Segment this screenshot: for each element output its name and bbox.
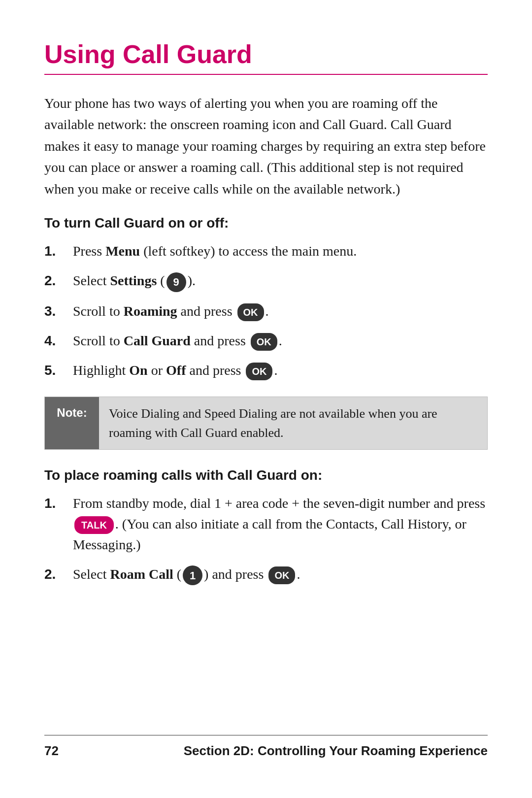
note-box: Note: Voice Dialing and Speed Dialing ar… — [44, 397, 488, 450]
step-content: Highlight On or Off and press OK. — [73, 360, 488, 381]
bold-menu: Menu — [105, 243, 140, 259]
list-item: 5. Highlight On or Off and press OK. — [44, 360, 488, 381]
key-ok-badge: OK — [237, 303, 264, 321]
bold-off: Off — [166, 363, 186, 378]
key-ok-badge: OK — [246, 363, 272, 380]
list-item: 2. Select Roam Call (1) and press OK. — [44, 564, 488, 586]
section2-list: 1. From standby mode, dial 1 + area code… — [44, 493, 488, 586]
step-content: Select Settings (9). — [73, 270, 488, 292]
list-item: 2. Select Settings (9). — [44, 270, 488, 292]
step-number: 1. — [44, 241, 69, 262]
step-content: Scroll to Roaming and press OK. — [73, 301, 488, 322]
list-item: 3. Scroll to Roaming and press OK. — [44, 301, 488, 322]
page-footer: 72 Section 2D: Controlling Your Roaming … — [44, 735, 488, 759]
page-title: Using Call Guard — [44, 39, 488, 69]
step-content: Scroll to Call Guard and press OK. — [73, 331, 488, 351]
bold-callguard: Call Guard — [124, 333, 191, 348]
bold-settings: Settings — [110, 273, 157, 288]
title-rule — [44, 74, 488, 75]
note-content: Voice Dialing and Speed Dialing are not … — [99, 397, 487, 449]
section1-heading: To turn Call Guard on or off: — [44, 215, 488, 231]
section1-list: 1. Press Menu (left softkey) to access t… — [44, 241, 488, 381]
step-number: 2. — [44, 564, 69, 585]
bold-roaming: Roaming — [124, 303, 177, 319]
intro-paragraph: Your phone has two ways of alerting you … — [44, 93, 488, 200]
list-item: 4. Scroll to Call Guard and press OK. — [44, 331, 488, 351]
step-number: 3. — [44, 301, 69, 322]
key-ok-badge: OK — [268, 566, 295, 584]
step-number: 1. — [44, 493, 69, 514]
bold-on: On — [129, 363, 147, 378]
step-content: From standby mode, dial 1 + area code + … — [73, 493, 488, 555]
footer-section-title: Section 2D: Controlling Your Roaming Exp… — [184, 743, 488, 759]
bold-roamcall: Roam Call — [110, 566, 173, 582]
page-container: Using Call Guard Your phone has two ways… — [0, 0, 532, 798]
step-number: 5. — [44, 360, 69, 381]
note-label: Note: — [45, 397, 99, 449]
step-content: Press Menu (left softkey) to access the … — [73, 241, 488, 262]
section2-heading: To place roaming calls with Call Guard o… — [44, 467, 488, 483]
list-item: 1. From standby mode, dial 1 + area code… — [44, 493, 488, 555]
step-content: Select Roam Call (1) and press OK. — [73, 564, 488, 586]
key-1-badge: 1 — [183, 565, 202, 585]
key-9-badge: 9 — [166, 272, 186, 292]
content-area: Using Call Guard Your phone has two ways… — [44, 39, 488, 735]
step-number: 4. — [44, 331, 69, 351]
key-talk-badge: TALK — [74, 516, 114, 534]
key-ok-badge: OK — [251, 333, 277, 351]
step-number: 2. — [44, 270, 69, 291]
page-number: 72 — [44, 743, 59, 759]
list-item: 1. Press Menu (left softkey) to access t… — [44, 241, 488, 262]
